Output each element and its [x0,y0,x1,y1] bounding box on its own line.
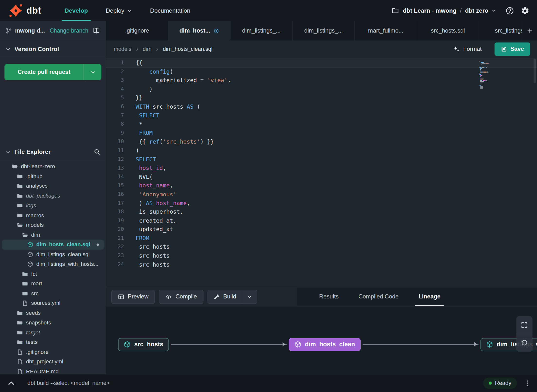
file-tree-item-dbt-packages[interactable]: dbt_packages [2,191,104,201]
change-branch-link[interactable]: Change branch [50,27,88,34]
file-tree-item-sources-yml[interactable]: sources.yml [2,298,104,308]
lineage-fullscreen-button[interactable] [516,316,532,334]
code-editor[interactable]: 1{{2 config(3 materialized = 'view',4 )5… [106,58,537,287]
code-line[interactable]: 5}} [106,94,537,102]
build-button[interactable]: Build [208,290,242,303]
lineage-node-dim-hosts-clean[interactable]: dim_hosts_clean [289,338,361,351]
file-tree-item-logs[interactable]: logs [2,201,104,210]
file-tree-item-seeds[interactable]: seeds [2,308,104,318]
editor-tab-dim-listings[interactable]: dim_listings_... [231,21,293,40]
topnav-develop[interactable]: Develop [56,0,97,21]
code-line[interactable]: 9 FROM [106,129,537,138]
code-line[interactable]: 22 src_hosts [106,243,537,252]
file-search-icon[interactable] [94,148,100,155]
code-line[interactable]: 12SELECT [106,155,537,164]
result-tab-results[interactable]: Results [312,287,346,306]
file-tree-item-label: dbt-learn-zero [21,164,55,170]
code-line[interactable]: 2 config( [106,67,537,76]
file-tree-item-dim[interactable]: dim [2,230,104,240]
file-tree-item-github[interactable]: .github [2,171,104,181]
lineage-controls [516,316,532,352]
editor-tab-dim-host[interactable]: dim_host... [168,21,231,40]
topnav-documentation[interactable]: Documentation [141,0,199,21]
code-line[interactable]: 19 created_at, [106,216,537,225]
code-line[interactable]: 4 ) [106,85,537,94]
save-button[interactable]: Save [495,42,530,56]
file-tree-item-fct[interactable]: fct [2,269,104,279]
help-icon[interactable] [505,6,514,15]
lineage-node-src-hosts[interactable]: src_hosts [118,338,169,351]
command-bar-expand-chevron-up-icon[interactable] [7,379,16,388]
breadcrumb-item[interactable]: models [114,46,131,52]
lineage-refresh-button[interactable] [516,334,532,351]
new-tab-button[interactable] [522,21,537,40]
format-button[interactable]: Format [449,43,486,55]
file-tree-item-tests[interactable]: tests [2,337,104,347]
file-tree-item-dbt-learn-zero[interactable]: dbt-learn-zero [2,162,104,171]
file-tree-item-dbt-project-yml[interactable]: dbt_project.yml [2,357,104,367]
command-input[interactable]: dbt build --select <model_name> [27,380,110,386]
version-control-header[interactable]: Version Control [0,40,106,58]
environment-selector[interactable]: dbt zero [465,7,488,14]
file-tree-item-dim-listings-with-hosts[interactable]: dim_listings_with_hosts... [2,259,104,269]
file-tree-item-mart[interactable]: mart [2,279,104,288]
create-pull-request-button[interactable]: Create pull request [4,64,84,80]
chevron-down-icon [247,294,252,299]
project-name[interactable]: dbt Learn - mwong [403,7,457,14]
code-line[interactable]: 24 src_hosts [106,260,537,269]
docs-book-icon[interactable] [93,26,100,34]
topnav-deploy[interactable]: Deploy [97,0,141,21]
code-line[interactable]: 14 NVL( [106,173,537,181]
file-tree-item-gitignore[interactable]: .gitignore [2,347,104,357]
current-branch-name: mwong-d... [15,27,45,34]
code-line[interactable]: 6WITH src_hosts AS ( [106,102,537,111]
editor-scrollbar[interactable] [534,59,536,83]
file-tree-item-label: dbt_packages [26,193,60,199]
file-tree-item-src[interactable]: src [2,288,104,298]
dbt-home-link[interactable]: dbt [9,4,41,17]
build-split-button: Build [208,290,257,304]
editor-tab-mart-fullmo[interactable]: mart_fullmo... [355,21,417,40]
file-tree-item-snapshots[interactable]: snapshots [2,318,104,328]
preview-button[interactable]: Preview [111,290,155,304]
code-line[interactable]: 3 materialized = 'view', [106,76,537,85]
code-line[interactable]: 10 {{ ref('src_hosts') }} [106,138,537,146]
file-tree-item-readme-md[interactable]: README.md [2,367,104,374]
code-line[interactable]: 15 host_name, [106,181,537,190]
file-tree-item-macros[interactable]: macros [2,210,104,220]
file-tree-item-analyses[interactable]: analyses [2,181,104,191]
screen: dbt DevelopDeployDocumentation dbt Learn… [0,0,537,392]
code-line[interactable]: 18 is_superhost, [106,208,537,216]
settings-gear-icon[interactable] [521,6,529,15]
breadcrumb-item[interactable]: dim [143,46,151,52]
file-tree-item-target[interactable]: target [2,328,104,337]
file-tree-item-models[interactable]: models [2,220,104,230]
code-line[interactable]: 11) [106,146,537,155]
compile-button[interactable]: Compile [159,290,203,304]
editor-tab-dim-listings[interactable]: dim_listings_... [293,21,355,40]
result-tab-compiled-code[interactable]: Compiled Code [351,287,406,306]
code-line[interactable]: 7 SELECT [106,111,537,120]
editor-tab-src-hosts-sql[interactable]: src_hosts.sql [417,21,479,40]
code-line[interactable]: 20 updated_at [106,225,537,234]
overflow-menu-icon[interactable] [524,380,531,387]
create-pull-request-dropdown[interactable] [84,64,101,80]
result-tab-lineage[interactable]: Lineage [411,287,448,306]
editor-minimap[interactable] [479,61,496,89]
file-tree-item-dim-listings-clean-sql[interactable]: dim_listings_clean.sql [2,250,104,259]
code-line[interactable]: 17 ) AS host_name, [106,199,537,208]
line-number: 18 [106,208,124,216]
code-line[interactable]: 1{{ [106,59,537,67]
code-line[interactable]: 21FROM [106,234,537,243]
code-line[interactable]: 16 'Anonymous' [106,190,537,199]
editor-tab-src-listings[interactable]: src_listings. [479,21,522,40]
build-dropdown[interactable] [242,290,257,303]
code-line[interactable]: 8 * [106,120,537,129]
file-explorer-header[interactable]: File Explorer [0,143,106,161]
file-tree-item-dim-hosts-clean-sql[interactable]: dim_hosts_clean.sql [2,240,104,250]
environment-chevron-down-icon[interactable] [491,8,497,13]
code-line[interactable]: 13 host_id, [106,164,537,173]
breadcrumb-item[interactable]: dim_hosts_clean.sql [163,46,212,52]
code-line[interactable]: 23 src_hosts [106,252,537,260]
editor-tab-gitignore[interactable]: .gitignore [106,21,168,40]
